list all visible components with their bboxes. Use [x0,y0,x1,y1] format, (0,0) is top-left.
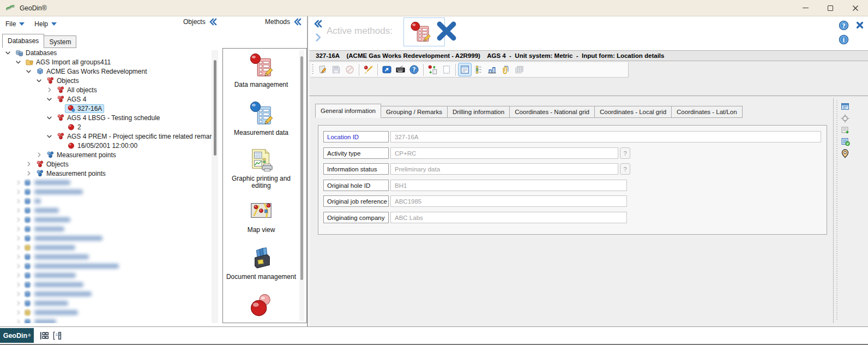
tree-node-redacted[interactable] [0,289,212,299]
methods-scrollbar-thumb[interactable] [300,56,303,280]
edit-button[interactable] [316,63,329,76]
collapse-icon[interactable] [15,58,22,66]
minimize-button[interactable] [793,0,818,16]
original-job-reference-input[interactable] [390,195,627,207]
objects-panel-collapse[interactable]: Objects [183,18,217,26]
table-view-button[interactable] [513,63,526,76]
method-measurement-data[interactable]: Measurement data [223,101,299,136]
expand-icon[interactable] [25,160,32,168]
expand-icon[interactable] [25,170,32,177]
tab-drilling-information[interactable]: Drilling information [448,106,510,118]
save-button[interactable] [329,63,343,76]
expand-icon[interactable] [15,188,22,195]
collapse-icon[interactable] [46,114,53,121]
tree-node-redacted[interactable] [0,206,212,215]
form-check-icon[interactable] [840,136,850,146]
tab-general-information[interactable]: General information [315,104,381,118]
form-view-button[interactable] [458,63,472,76]
side-toolbar-grip[interactable] [836,100,837,321]
help-circle-button[interactable]: ? [839,20,849,31]
tree-node[interactable]: Measurement points [0,169,212,178]
tree-node-redacted[interactable] [0,317,212,323]
method-document-management[interactable]: Document management [223,245,299,281]
tree-node[interactable]: AGS 4 [0,94,212,104]
tab-coordinates-lat-lon[interactable]: Coordinates - Lat/Lon [672,106,743,118]
tab-grouping-remarks[interactable]: Grouping / Remarks [381,106,448,118]
tree-node-redacted[interactable] [0,308,212,317]
expand-icon[interactable] [15,216,22,223]
tree-scrollbar-thumb[interactable] [214,60,216,156]
location-pin-icon[interactable] [840,148,850,158]
original-hole-id-input[interactable] [390,180,627,191]
tree-node-redacted[interactable] [0,234,212,243]
tree-node[interactable]: 2 [0,122,212,132]
panel-splitter[interactable] [307,16,308,326]
tree-node[interactable]: Objects [0,76,212,85]
expand-icon[interactable] [15,225,22,233]
tab-coordinates-national-grid[interactable]: Coordinates - National grid [510,106,595,118]
activity-type-help-button[interactable]: ? [620,147,630,159]
close-method-icon[interactable] [436,20,457,43]
expand-icon[interactable] [46,86,53,93]
tree-node[interactable]: 16/05/2001 12:00:00 [0,141,212,150]
attachments-button[interactable] [499,63,513,76]
chart-view-button[interactable] [485,63,499,76]
tree-node-redacted[interactable] [0,261,212,271]
location-id-input[interactable] [390,131,821,142]
help-button[interactable]: ? [407,63,421,76]
method-objects[interactable] [223,292,299,323]
expand-icon[interactable] [15,318,22,323]
layout-list-icon[interactable] [52,331,62,341]
collapse-icon[interactable] [35,77,43,84]
tree-node-redacted[interactable] [0,187,212,197]
expand-icon[interactable] [15,263,22,270]
cancel-button[interactable] [343,63,357,76]
expand-right-icon[interactable] [315,33,321,41]
tree-node-redacted[interactable] [0,252,212,261]
collapse-icon[interactable] [46,96,53,103]
method-data-management[interactable]: Data management [223,53,299,88]
activity-type-input[interactable] [390,147,618,159]
tree-node-redacted[interactable] [0,178,212,187]
tree-node[interactable]: Measurement points [0,150,212,159]
menu-help[interactable]: Help [34,20,57,28]
tree-node-selected[interactable]: 327-16A [0,104,212,113]
expand-icon[interactable] [15,207,22,214]
expand-icon[interactable] [15,179,22,186]
tree-node[interactable]: Objects [0,159,212,169]
maximize-button[interactable] [818,0,843,16]
tree-node[interactable]: ACME Gas Works Redevelopment [0,67,212,76]
active-method-tab[interactable] [403,17,445,46]
tree-node[interactable]: AGS 4 PREM - Project specific time relat… [0,132,212,141]
expand-icon[interactable] [15,244,22,251]
wizard-button[interactable] [361,63,375,76]
tree-node-redacted[interactable] [0,224,212,234]
tree-node[interactable]: AGS 4 LBSG - Testing schedule [0,113,212,122]
layout-grid-icon[interactable] [39,331,49,341]
collapse-left-icon[interactable] [314,20,322,28]
expand-icon[interactable] [15,272,22,279]
expand-icon[interactable] [35,151,43,158]
collapse-icon[interactable] [25,68,32,75]
keyboard-button[interactable] [394,63,407,76]
close-button[interactable] [843,0,868,16]
crosshair-icon[interactable] [840,114,850,123]
new-document-button[interactable] [439,63,453,76]
information-status-help-button[interactable]: ? [620,163,630,175]
tree-node-redacted[interactable] [0,197,212,206]
collapse-icon[interactable] [46,133,53,140]
methods-panel-collapse[interactable]: Methods [265,18,302,26]
expand-icon[interactable] [15,309,22,316]
expand-icon[interactable] [15,281,22,288]
tree-node-redacted[interactable] [0,271,212,280]
tree-node-redacted[interactable] [0,243,212,252]
tab-system[interactable]: System [44,35,76,48]
method-map-view[interactable]: Map view [223,198,299,234]
tab-databases[interactable]: Databases [2,34,44,48]
tree-node-redacted[interactable] [0,215,212,224]
expand-icon[interactable] [15,290,22,298]
form-add-icon[interactable] [840,125,850,135]
originating-company-input[interactable] [390,212,627,223]
tree-node[interactable]: All objects [0,85,212,94]
menu-file[interactable]: File [5,20,25,28]
